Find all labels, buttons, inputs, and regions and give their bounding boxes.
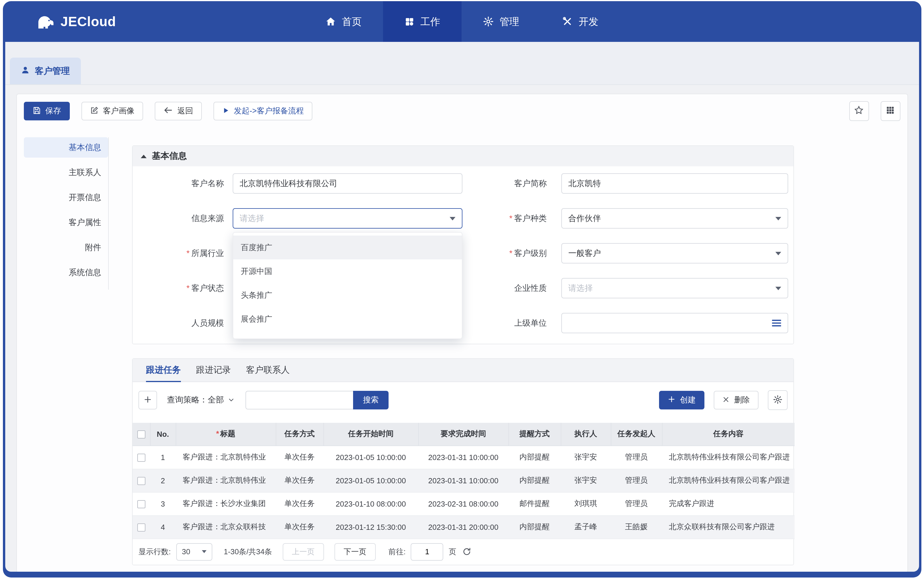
- row-checkbox[interactable]: [137, 454, 145, 462]
- brand-name: JECloud: [61, 14, 116, 30]
- basic-info-form: 客户名称 客户简称 信息来源 请选择: [133, 166, 794, 344]
- nav-item-work[interactable]: 工作: [383, 1, 462, 42]
- col-start-time: 任务开始时间: [323, 423, 418, 446]
- table-row[interactable]: 1 客户跟进：北京凯特伟业 单次任务 2023-01-05 10:00:00 2…: [133, 446, 795, 469]
- chevron-down-icon: [776, 217, 781, 220]
- save-icon: [33, 106, 41, 116]
- customer-name-input[interactable]: [233, 173, 462, 194]
- row-checkbox[interactable]: [137, 500, 145, 508]
- side-nav-invoice-info[interactable]: 开票信息: [24, 187, 108, 208]
- dropdown-option-baidu[interactable]: 百度推广: [233, 236, 462, 259]
- nav-item-dev[interactable]: 开发: [541, 1, 620, 42]
- cell-content: 北京凯特伟业科技有限公司客户跟进: [662, 446, 795, 469]
- page-number-input[interactable]: [411, 543, 444, 560]
- brand-logo[interactable]: JECloud: [3, 14, 116, 30]
- nav-item-label: 开发: [579, 15, 599, 28]
- table-row[interactable]: 4 客户跟进：北京众联科技 单次任务 2023-01-12 15:30:00 2…: [133, 515, 795, 538]
- field-label-parent-unit: 上级单位: [462, 318, 561, 328]
- cell-checkbox: [133, 469, 150, 492]
- cell-executor: 孟子峰: [561, 515, 611, 538]
- list-toolbar-right: 创建 删除: [659, 390, 788, 410]
- row-checkbox[interactable]: [137, 477, 145, 485]
- col-task-type: 任务方式: [276, 423, 323, 446]
- delete-button[interactable]: 删除: [714, 391, 759, 409]
- cell-no: 2: [150, 469, 176, 492]
- open-tabs-bar: 客户管理: [5, 42, 919, 85]
- nav-item-label: 工作: [421, 15, 441, 28]
- favorite-button[interactable]: [849, 101, 869, 121]
- plus-icon: [144, 395, 152, 405]
- tab-customer-contacts[interactable]: 客户联系人: [246, 359, 290, 381]
- info-source-dropdown: 百度推广 开源中国 头条推广 展会推广: [233, 232, 462, 339]
- enterprise-nature-select[interactable]: 请选择: [561, 278, 788, 298]
- rows-per-page-label: 显示行数:: [139, 546, 171, 557]
- tab-follow-tasks[interactable]: 跟进任务: [146, 359, 181, 381]
- chevron-down-icon: [776, 251, 781, 255]
- cell-start-time: 2023-01-05 10:00:00: [323, 469, 418, 492]
- list-icon: [772, 319, 781, 327]
- prev-page-button[interactable]: 上一页: [282, 543, 324, 560]
- cell-start-time: 2023-01-12 15:30:00: [323, 515, 418, 538]
- side-nav-main-contact[interactable]: 主联系人: [24, 162, 108, 183]
- info-source-select[interactable]: 请选择: [233, 208, 462, 229]
- star-icon: [854, 105, 864, 117]
- cell-no: 4: [150, 515, 176, 538]
- field-label-customer-status: 客户状态: [133, 283, 233, 294]
- customer-kind-select[interactable]: 合作伙伴: [561, 208, 788, 229]
- customer-short-input[interactable]: [561, 173, 788, 194]
- cell-remind-type: 内部提醒: [508, 515, 561, 538]
- col-executor: 执行人: [561, 423, 611, 446]
- row-checkbox[interactable]: [137, 523, 145, 531]
- back-label: 返回: [177, 106, 193, 116]
- side-nav-customer-attrs[interactable]: 客户属性: [24, 212, 108, 233]
- nav-item-label: 首页: [342, 15, 362, 28]
- query-strategy-dropdown[interactable]: 查询策略：全部: [167, 395, 234, 405]
- select-all-checkbox[interactable]: [137, 430, 145, 439]
- cell-due-time: 2023-02-31 08:00:00: [418, 492, 508, 515]
- parent-unit-field[interactable]: [561, 313, 788, 333]
- page-body: 客户管理 保存 客户画像 返回: [5, 42, 919, 572]
- side-nav-attachments[interactable]: 附件: [24, 237, 108, 257]
- form-row: 客户名称 客户简称: [133, 173, 794, 194]
- tab-customer-management[interactable]: 客户管理: [10, 58, 81, 84]
- cell-no: 3: [150, 492, 176, 515]
- nav-item-home[interactable]: 首页: [304, 1, 383, 42]
- cell-due-time: 2023-01-31 10:00:00: [418, 446, 508, 469]
- user-icon: [21, 66, 30, 76]
- dropdown-option-toutiao[interactable]: 头条推广: [233, 283, 462, 307]
- task-table: No. 标题 任务方式 任务开始时间 要求完成时间 提醒方式 执行人 任务发起人: [133, 423, 795, 539]
- search-input[interactable]: [246, 391, 353, 409]
- dropdown-option-expo[interactable]: 展会推广: [233, 307, 462, 331]
- next-page-button[interactable]: 下一页: [334, 543, 376, 560]
- customer-level-select[interactable]: 一般客户: [561, 243, 788, 264]
- section-header-basic-info[interactable]: 基本信息: [133, 146, 794, 166]
- related-lists-section: 跟进任务 跟进记录 客户联系人 查询策略：全部: [132, 358, 794, 565]
- cell-title: 客户跟进：长沙水业集团: [176, 492, 276, 515]
- add-quick-button[interactable]: [139, 391, 157, 409]
- search-button[interactable]: 搜索: [353, 391, 389, 409]
- tab-follow-records[interactable]: 跟进记录: [196, 359, 231, 381]
- table-row[interactable]: 2 客户跟进：北京凯特伟业 单次任务 2023-01-05 10:00:00 2…: [133, 469, 795, 492]
- cell-title: 客户跟进：北京凯特伟业: [176, 469, 276, 492]
- save-button[interactable]: 保存: [24, 102, 70, 120]
- flow-label: 发起->客户报备流程: [234, 106, 304, 116]
- cell-checkbox: [133, 515, 150, 538]
- refresh-icon[interactable]: [463, 547, 472, 556]
- cell-content: 完成客户跟进: [662, 492, 795, 515]
- dropdown-option-oschina[interactable]: 开源中国: [233, 259, 462, 283]
- table-row[interactable]: 3 客户跟进：长沙水业集团 单次任务 2023-01-10 08:00:00 2…: [133, 492, 795, 515]
- back-button[interactable]: 返回: [155, 102, 202, 120]
- create-button[interactable]: 创建: [659, 391, 705, 409]
- start-flow-button[interactable]: 发起->客户报备流程: [213, 102, 313, 120]
- side-nav-basic-info[interactable]: 基本信息: [24, 137, 108, 158]
- field-label-customer-kind: 客户种类: [462, 213, 561, 224]
- side-nav-system-info[interactable]: 系统信息: [24, 262, 108, 283]
- nav-item-admin[interactable]: 管理: [462, 1, 541, 42]
- select-all-cell: [133, 423, 150, 446]
- rows-per-page-select[interactable]: 30: [176, 543, 212, 560]
- chevron-down-icon: [776, 286, 781, 290]
- query-strategy-label: 查询策略：全部: [167, 395, 224, 405]
- layout-button[interactable]: [880, 101, 900, 121]
- customer-portrait-button[interactable]: 客户画像: [81, 102, 143, 120]
- table-settings-button[interactable]: [768, 390, 788, 410]
